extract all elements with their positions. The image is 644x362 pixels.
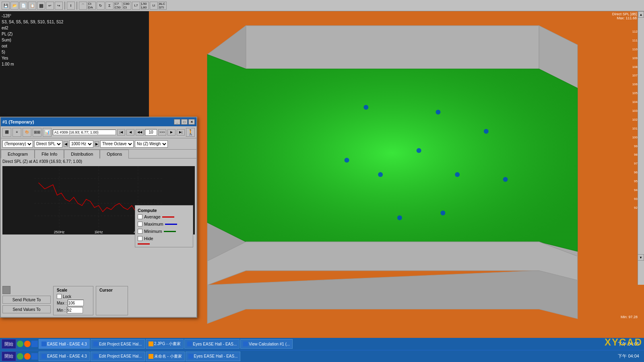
svg-point-9 [378, 172, 383, 177]
scale-num-92: 92 [632, 204, 638, 212]
toolbar-icon-exclaim[interactable]: ! [67, 2, 75, 10]
tab-echogram[interactable]: Echogram [1, 150, 35, 158]
scale-num-112: 112 [632, 27, 638, 36]
lock-checkbox[interactable] [57, 294, 62, 299]
start-button-2[interactable]: 開始 [2, 352, 16, 361]
tab-fileinfo[interactable]: File Info [35, 150, 64, 158]
dialog-close-btn[interactable]: ✕ [188, 119, 195, 125]
scroll-up-btn[interactable]: ▲ [638, 11, 644, 18]
svg-point-7 [363, 105, 368, 110]
dialog-restore-btn[interactable]: □ [181, 119, 188, 125]
compute-title: Compute [138, 208, 190, 213]
toolbar-icon-redo[interactable]: ↪ [55, 2, 63, 10]
svg-point-8 [345, 158, 349, 162]
weight-select[interactable]: No (Z) Weigh [135, 140, 168, 148]
max-input[interactable] [68, 300, 84, 306]
scale-num-99: 99 [632, 142, 638, 151]
toolbar-separator [64, 2, 65, 10]
send-values-btn[interactable]: Send Values To [2, 305, 51, 313]
toolbar-icon-reflect[interactable]: ↻ [97, 2, 105, 10]
min-input[interactable] [67, 307, 83, 313]
min-row: Min : [57, 307, 90, 313]
svg-point-14 [440, 211, 445, 216]
tray-icon-2-3 [31, 353, 38, 360]
scale-numbers: 112 111 110 109 108 107 106 105 104 103 … [632, 27, 638, 212]
source-select[interactable]: (Temporary) [2, 140, 33, 148]
taskbar2-app-paint[interactable]: 未命名 - 小畫家 [146, 352, 185, 361]
toolbar-icon-dk[interactable]: Ct D/k [88, 2, 96, 10]
scale-num-95: 95 [632, 177, 638, 186]
toolbar-icon-lt[interactable]: Lt [150, 2, 158, 10]
average-checkbox[interactable] [138, 214, 142, 219]
octave-select[interactable]: Three Octave [100, 140, 134, 148]
measure-select[interactable]: Direct SPL [34, 140, 62, 148]
cursor-label: Cursor [99, 288, 124, 292]
nav-first-btn[interactable]: |◀ [117, 129, 125, 136]
app2-icon-paint [149, 354, 153, 359]
taskbar2-app-edit[interactable]: Edit Project EASE Hal... [91, 352, 145, 361]
taskbar2-app-eyes[interactable]: Eyes EASE Hall - EAS... [186, 352, 241, 361]
toolbar-icon-l50[interactable]: L50 L80 [141, 2, 149, 10]
toolbar-icon-copy[interactable]: 📋 [28, 2, 36, 10]
scale-num-103: 103 [632, 107, 638, 115]
tab-options[interactable]: Options [100, 150, 129, 158]
toolbar-icon-c80[interactable]: C80 Ct [123, 2, 131, 10]
scale-title: Scale [57, 288, 90, 292]
toolbar-icon-paste[interactable]: ▦ [37, 2, 45, 10]
start-button[interactable]: 開始 [2, 339, 16, 349]
nav-prev-prev-btn[interactable]: ◀◀ [136, 129, 144, 136]
dialog-icon-grid[interactable]: ⊞⊞ [33, 128, 41, 137]
toolbar-icon-undo[interactable]: ↩ [46, 2, 54, 10]
freq-arrow[interactable]: ▶ [95, 141, 99, 147]
icon-left[interactable] [2, 286, 10, 294]
taskbar-app-jpg[interactable]: 2.JPG - 小畫家 [146, 339, 184, 349]
hide-checkbox[interactable] [138, 236, 142, 241]
svg-text:1kHz: 1kHz [94, 230, 103, 234]
nav-display: A1 #309 (16.93; 6.77; 1.00) [53, 130, 116, 135]
taskbar-app-eyes[interactable]: Eyes EASE Hall - EAS... [184, 339, 239, 349]
scale-num-102: 102 [632, 115, 638, 124]
taskbar-app-edit[interactable]: Edit Project EASE Hal... [91, 339, 145, 349]
toolbar-icon-c7[interactable]: C7 C50 [114, 2, 122, 10]
toolbar-icon-open[interactable]: 📂 [10, 2, 19, 10]
nav-prev-btn[interactable]: ◀ [126, 129, 134, 136]
minimum-checkbox[interactable] [138, 229, 142, 234]
nav-number-input[interactable] [145, 129, 157, 136]
dialog-icon-colors[interactable]: 🎨 [23, 128, 31, 137]
app2-icon-ease [41, 354, 46, 359]
tray-icon-2 [24, 341, 31, 347]
dialog-icon-chart[interactable]: 📊 [43, 128, 52, 137]
tab-distribution[interactable]: Distribution [64, 150, 100, 158]
toolbar-icon-l7[interactable]: L7 [132, 2, 140, 10]
taskbar2-app-ease-label: EASE Hall - EASE 4.3 [47, 354, 87, 358]
dialog-icon-person[interactable]: 🚶 [186, 128, 195, 137]
dialog-icon-prev-prev[interactable]: ⬛ [2, 128, 11, 137]
taskbar-app-ease[interactable]: EASE Hall - EASE 4.3 [39, 339, 90, 349]
dialog-minimize-btn[interactable]: _ [174, 119, 180, 125]
svg-point-10 [436, 110, 440, 115]
toolbar-icon-curve[interactable]: ⌒ [79, 2, 87, 10]
svg-point-16 [503, 177, 508, 182]
dialog-icon-list[interactable]: ≡ [12, 128, 21, 137]
taskbar-app-view[interactable]: View Calculation #1 (... [240, 339, 293, 349]
toolbar-icon-alc[interactable]: ALC STI [159, 2, 167, 10]
nav-next-btn[interactable]: ▶ [167, 129, 175, 136]
scale-num-100: 100 [632, 133, 638, 142]
freq-select[interactable]: 1000 Hz [69, 140, 93, 148]
clock2-time: 下午 04:04 [618, 353, 639, 359]
scrollbar-right[interactable]: ▲ ▼ [638, 11, 644, 285]
nav-last-btn[interactable]: ▶| [177, 129, 185, 136]
toolbar-icon-sum[interactable]: Σ [105, 2, 114, 10]
info-line-7: 5) [2, 49, 147, 55]
maximum-checkbox[interactable] [138, 222, 142, 226]
send-picture-btn[interactable]: Send Picture To [2, 296, 51, 304]
toolbar-icon-new[interactable]: 📄 [19, 2, 27, 10]
tray-icons [17, 341, 38, 347]
toolbar-icon-save[interactable]: 💾 [2, 2, 10, 10]
measure-arrow[interactable]: ◀ [64, 141, 68, 147]
compute-section: Compute Average Maximum Minimum Hide [135, 205, 193, 247]
taskbar2-app-ease[interactable]: EASE Hall - EASE 4.3 [39, 352, 90, 361]
svg-marker-4 [207, 54, 577, 251]
nav-next-next-btn[interactable]: >>> [158, 129, 166, 136]
scroll-down-btn[interactable]: ▼ [638, 254, 644, 261]
